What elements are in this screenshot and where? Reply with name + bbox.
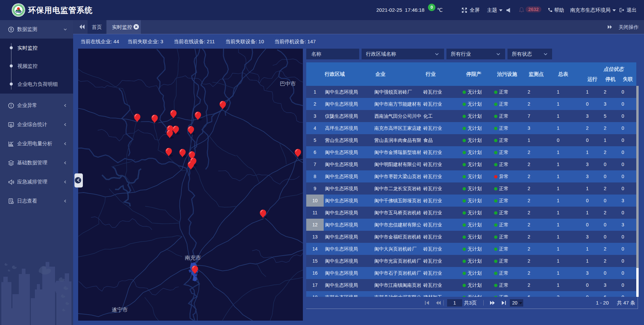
page-number-input[interactable]: [447, 299, 462, 307]
sidebar-subitem-3[interactable]: 企业电力负荷明细: [0, 75, 73, 93]
sidebar-item-label: 企业用电量分析: [17, 141, 52, 147]
table-row[interactable]: 7阆中生态环境局阆中明阳建材有限公司砖瓦行业无计划正常21300: [306, 158, 636, 170]
next-page-icon[interactable]: [490, 300, 495, 306]
col-header-running[interactable]: 运行: [583, 74, 601, 86]
cell-limit-status: 无计划: [460, 195, 490, 207]
org-dropdown[interactable]: 南充市生态环境局: [570, 0, 616, 20]
help-button[interactable]: 帮助: [554, 0, 564, 20]
first-page-icon[interactable]: [424, 300, 430, 306]
cell-lost: 0: [620, 279, 636, 291]
map-canvas: 巴中市南充市遂宁市: [78, 49, 303, 321]
table-row[interactable]: 4高坪生态环境局南充市高坪区王家店建砖瓦行业无计划正常31220: [306, 122, 636, 134]
notification-count-badge[interactable]: 2632: [526, 6, 541, 12]
speaker-muted-icon[interactable]: [506, 8, 511, 13]
fullscreen-button[interactable]: 全屏: [470, 0, 480, 20]
alert-icon: [8, 103, 14, 109]
cell-row-number: 5: [306, 134, 324, 146]
scrollbar-thumb[interactable]: [636, 268, 639, 297]
sidebar-subitem-2[interactable]: 视频监控: [0, 57, 73, 75]
green-dot-icon: [463, 127, 466, 130]
cell-facility-status: 正常: [490, 134, 520, 146]
bell-icon[interactable]: [519, 7, 524, 13]
industry-select[interactable]: 所有行业: [446, 49, 505, 59]
logout-icon[interactable]: [619, 7, 625, 13]
table-row[interactable]: 2阆中生态环境局阆中市南方节能建材有砖瓦行业无计划正常21030: [306, 98, 636, 110]
stat-item-3: 当前在线设备: 211: [174, 34, 215, 48]
table-row[interactable]: 10阆中生态环境局阆中千佛镇五郎垭页岩砖瓦行业无计划正常21003: [306, 195, 636, 207]
cell-company: 南部县砂华水泥有限公: [371, 291, 421, 297]
sidebar-item-5[interactable]: 基础数据管理: [0, 153, 73, 172]
tabs-expand-right-icon[interactable]: [607, 25, 612, 29]
table-row[interactable]: 5营山生态环境局营山县润丰肉食品有限食品无计划正常10010: [306, 134, 636, 146]
cell-row-number: 10: [306, 195, 324, 207]
green-dot-icon: [463, 139, 466, 142]
cell-region: 阆中生态环境局: [324, 182, 371, 195]
table-row[interactable]: 1阆中生态环境局阆中强锐页岩砖厂砖瓦行业无计划正常21120: [306, 86, 636, 98]
sidebar-item-4[interactable]: 企业用电量分析: [0, 134, 73, 153]
fullscreen-icon[interactable]: [462, 7, 467, 13]
table-row[interactable]: 17阆中生态环境局阆中市江南镇阆南页岩砖瓦行业无计划正常21030: [306, 279, 636, 291]
cell-monitor-points: 3: [520, 122, 553, 134]
cell-facility-status: 正常: [490, 146, 520, 158]
sidebar-item-3[interactable]: 企业综合统计: [0, 115, 73, 134]
table-row[interactable]: 15阆中生态环境局阆中市光富页岩机砖厂砖瓦行业无计划正常21120: [306, 255, 636, 267]
sidebar-collapse-handle[interactable]: [74, 173, 83, 187]
col-header-region[interactable]: 行政区域: [325, 62, 345, 86]
cell-limit-status: 无计划: [460, 146, 490, 158]
prev-page-icon[interactable]: [436, 300, 441, 306]
col-header-stopped[interactable]: 停机: [601, 74, 620, 86]
table-row[interactable]: 11阆中生态环境局阆中市五马桥页岩机砖砖瓦行业无计划正常21120: [306, 207, 636, 219]
green-dot-icon: [494, 115, 497, 118]
cell-industry: 砖瓦行业: [421, 207, 460, 219]
status-select[interactable]: 所有状态: [507, 49, 552, 59]
col-header-industry[interactable]: 行业: [426, 62, 436, 86]
table-row[interactable]: 3仪陇生态环境局西南油气田分公司川中化工无计划正常71350: [306, 110, 636, 122]
tabs-scroll-left-icon[interactable]: [79, 24, 85, 30]
table-row[interactable]: 13阆中生态环境局阆中市金福旺页岩机砖砖瓦行业无计划正常21300: [306, 231, 636, 243]
table-row[interactable]: 16阆中生态环境局阆中市石子页岩机砖厂砖瓦行业无计划正常21300: [306, 267, 636, 279]
sidebar-submenu: 实时监控视频监控企业电力负荷明细: [0, 39, 73, 94]
table-row[interactable]: 8阆中生态环境局阆中市枣碧大梁山页岩砖瓦行业无计划异常21300: [306, 170, 636, 182]
col-header-company[interactable]: 企业: [375, 62, 385, 86]
cell-total-meters: 1: [553, 110, 583, 122]
cell-running: 2: [583, 122, 601, 134]
map-panel[interactable]: 巴中市南充市遂宁市: [78, 49, 303, 321]
sidebar-item-1[interactable]: 数据监测: [0, 20, 73, 39]
col-header-limit[interactable]: 停限产: [466, 62, 481, 86]
green-dot-icon: [463, 187, 466, 191]
table-row[interactable]: 12阆中生态环境局阆中市忠信建材有限公砖瓦行业无计划正常21003: [306, 219, 636, 231]
col-header-points[interactable]: 监测点: [529, 62, 544, 86]
table-header: 行政区域 企业 行业 停限产 治污设施 监测点 总表 点位状态 运行 停机 失联: [306, 62, 636, 86]
cell-monitor-points: 1: [520, 134, 553, 146]
region-select[interactable]: 行政区域名称: [362, 49, 444, 59]
table-row[interactable]: 9阆中生态环境局阆中市二龙长宝页岩砖砖瓦行业无计划正常21120: [306, 182, 636, 195]
cell-row-number: 6: [306, 146, 324, 158]
table-row[interactable]: 14阆中生态环境局阆中大兴页岩机砖厂砖瓦行业无计划正常21120: [306, 243, 636, 255]
sidebar-item-6[interactable]: 应急减排管理: [0, 172, 73, 192]
tab-home[interactable]: 首页: [88, 20, 106, 34]
table-panel: 行政区域名称 所有行业 所有状态 行政区域 企业 行业 停限产 治污设施: [306, 49, 644, 325]
col-header-lost[interactable]: 失联: [620, 74, 636, 86]
cell-company: 营山县润丰肉食品有限: [371, 134, 421, 146]
sidebar-item-2[interactable]: 企业异常: [0, 96, 73, 115]
tab-realtime-monitor[interactable]: 实时监控: [107, 20, 141, 34]
last-page-icon[interactable]: [501, 300, 506, 306]
tab-close-icon[interactable]: [133, 24, 139, 30]
cell-industry: 砖瓦行业: [421, 170, 460, 182]
sidebar-item-7[interactable]: 日志查看: [0, 192, 73, 211]
page-size-select[interactable]: 20: [510, 299, 523, 307]
col-header-facility[interactable]: 治污设施: [497, 62, 517, 86]
table-row[interactable]: 6阆中生态环境局阆中市金博瑞新型墙材砖瓦行业无计划正常21120: [306, 146, 636, 158]
close-operations-button[interactable]: 关闭操作: [619, 20, 639, 34]
theme-dropdown[interactable]: 主题: [487, 0, 502, 20]
cell-limit-status: 无计划: [460, 219, 490, 231]
chevron-down-icon: [63, 28, 67, 31]
cell-region: 高坪生态环境局: [324, 122, 371, 134]
cell-facility-status: 正常: [490, 231, 520, 243]
table-scrollbar[interactable]: [636, 86, 639, 297]
table-row[interactable]: 18南部生态环境局南部县砂华水泥有限公建材加工无计划正常62060: [306, 291, 636, 297]
logout-button[interactable]: 退出: [627, 0, 637, 20]
sidebar-subitem-1[interactable]: 实时监控: [0, 39, 73, 57]
name-search-input[interactable]: [306, 49, 359, 59]
col-header-meters[interactable]: 总表: [558, 62, 568, 86]
